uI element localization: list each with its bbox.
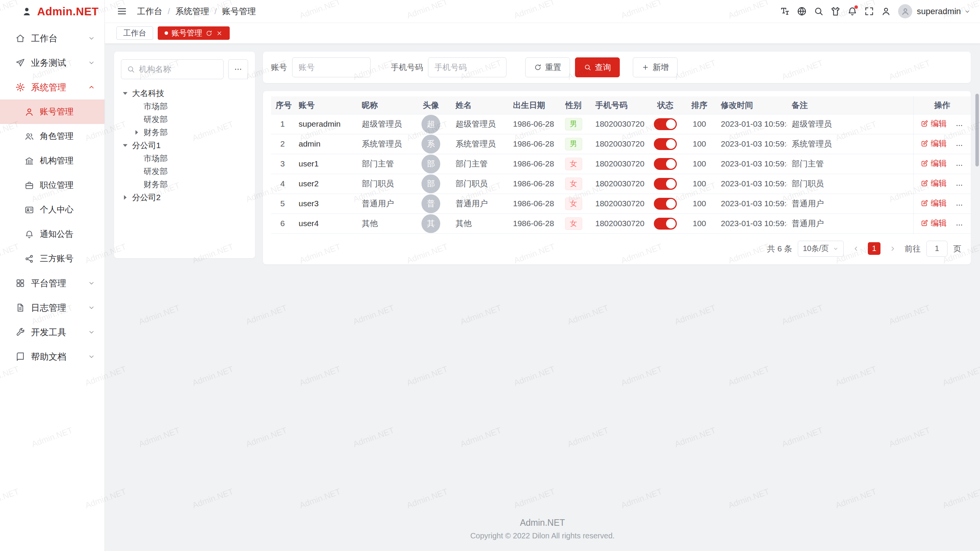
gender-tag: 男: [565, 138, 582, 150]
status-toggle[interactable]: [654, 138, 677, 150]
status-toggle[interactable]: [654, 178, 677, 190]
column-header: 操作: [913, 96, 971, 114]
row-more-button[interactable]: [955, 121, 964, 130]
breadcrumb-item[interactable]: 系统管理: [175, 6, 209, 17]
sidebar-item-third-party-account[interactable]: 三方账号: [0, 246, 105, 271]
page-size-select[interactable]: 10条/页: [798, 241, 844, 257]
tab-label: 工作台: [123, 28, 146, 38]
app-logo[interactable]: Admin.NET: [0, 0, 105, 23]
sidebar-item-role-mgmt[interactable]: 角色管理: [0, 124, 105, 148]
third-party-account-icon: [24, 254, 34, 264]
caret-right-icon[interactable]: [132, 128, 141, 137]
table-row: 4 user2 部门职员 部 部门职员 1986-06-28 女 1802003…: [271, 174, 971, 194]
cell-phone: 18020030720: [591, 214, 648, 233]
language-icon[interactable]: [793, 3, 810, 20]
cell-remark: 部门主管: [787, 154, 913, 174]
tree-node[interactable]: 市场部: [121, 152, 248, 165]
tree-node[interactable]: 市场部: [121, 100, 248, 113]
next-page-button[interactable]: [886, 242, 899, 255]
tree-node[interactable]: 财务部: [121, 178, 248, 191]
tree-node[interactable]: 分公司2: [121, 191, 248, 204]
caret-down-icon[interactable]: [121, 141, 129, 150]
cell-remark: 普通用户: [787, 194, 913, 214]
goto-page-input[interactable]: [926, 241, 947, 257]
sidebar-item-notice[interactable]: 通知公告: [0, 222, 105, 246]
username[interactable]: superadmin: [917, 7, 961, 16]
edit-button[interactable]: 编辑: [921, 138, 947, 149]
fullscreen-icon[interactable]: [861, 3, 877, 20]
org-search-input[interactable]: [139, 65, 218, 74]
sidebar-item-position-mgmt[interactable]: 职位管理: [0, 173, 105, 197]
tree-node[interactable]: 研发部: [121, 165, 248, 178]
row-more-button[interactable]: [955, 181, 964, 189]
sidebar-item-system-mgmt[interactable]: 系统管理: [0, 75, 105, 99]
refresh-icon[interactable]: [206, 30, 212, 37]
status-toggle[interactable]: [654, 198, 677, 210]
caret-right-icon[interactable]: [121, 193, 129, 202]
tree-node[interactable]: 研发部: [121, 113, 248, 126]
prev-page-button[interactable]: [849, 242, 862, 255]
row-more-button[interactable]: [955, 221, 964, 229]
font-size-icon[interactable]: [776, 3, 793, 20]
phone-label: 手机号码: [391, 62, 423, 73]
edit-button[interactable]: 编辑: [921, 218, 947, 228]
notification-icon[interactable]: [844, 3, 861, 20]
close-icon[interactable]: [216, 30, 223, 37]
edit-button[interactable]: 编辑: [921, 178, 947, 189]
cell-sort: 100: [683, 114, 716, 134]
breadcrumb-item[interactable]: 账号管理: [222, 6, 256, 17]
sidebar-item-business-test[interactable]: 业务测试: [0, 51, 105, 75]
search-button[interactable]: 查询: [575, 57, 620, 77]
row-more-button[interactable]: [955, 161, 964, 170]
user-avatar[interactable]: [898, 4, 912, 18]
reset-button[interactable]: 重置: [525, 57, 570, 77]
sidebar-item-workbench[interactable]: 工作台: [0, 26, 105, 51]
edit-button[interactable]: 编辑: [921, 158, 947, 169]
status-toggle[interactable]: [654, 118, 677, 130]
tree-node[interactable]: 分公司1: [121, 139, 248, 152]
edit-button[interactable]: 编辑: [921, 118, 947, 129]
cell-birthday: 1986-06-28: [508, 194, 556, 214]
theme-icon[interactable]: [827, 3, 844, 20]
tree-node[interactable]: 财务部: [121, 126, 248, 139]
sidebar-item-dev-tools[interactable]: 开发工具: [0, 320, 105, 344]
org-more-button[interactable]: [228, 59, 248, 79]
tab-account-mgmt[interactable]: 账号管理: [158, 26, 230, 40]
row-more-button[interactable]: [955, 141, 964, 150]
add-button[interactable]: 新增: [633, 57, 678, 77]
hamburger-menu-icon[interactable]: [113, 3, 130, 20]
sidebar-item-label: 机构管理: [40, 155, 74, 166]
edit-button[interactable]: 编辑: [921, 198, 947, 209]
phone-input[interactable]: [428, 57, 506, 77]
cell-name: 其他: [451, 214, 508, 233]
user-icon[interactable]: [877, 3, 894, 20]
scrollbar-thumb[interactable]: [975, 94, 979, 166]
cell-sort: 100: [683, 174, 716, 194]
sidebar-item-personal-center[interactable]: 个人中心: [0, 197, 105, 222]
tab-workbench[interactable]: 工作台: [116, 26, 153, 40]
page-number-1[interactable]: 1: [868, 242, 880, 255]
edit-button-label: 编辑: [931, 118, 947, 129]
chevron-down-icon: [88, 59, 95, 67]
sidebar-item-platform-mgmt[interactable]: 平台管理: [0, 271, 105, 295]
sidebar-item-label: 日志管理: [31, 302, 66, 314]
search-icon[interactable]: [810, 3, 827, 20]
sidebar-item-help-docs[interactable]: 帮助文档: [0, 344, 105, 369]
status-toggle[interactable]: [654, 158, 677, 170]
cell-modified: 2023-01-03 10:59:44: [716, 134, 787, 154]
chevron-down-icon[interactable]: [964, 8, 971, 15]
cell-avatar: 超: [411, 114, 451, 134]
org-search-box: [121, 59, 224, 79]
sidebar-item-org-mgmt[interactable]: 机构管理: [0, 148, 105, 173]
status-toggle[interactable]: [654, 218, 677, 230]
main-column: 账号 手机号码 重置 查询 新增: [263, 52, 971, 264]
row-more-button[interactable]: [955, 201, 964, 209]
sidebar-item-account-mgmt[interactable]: 账号管理: [0, 99, 105, 124]
account-input[interactable]: [292, 57, 371, 77]
sidebar-item-log-mgmt[interactable]: 日志管理: [0, 295, 105, 320]
org-search-row: [121, 59, 248, 79]
chevron-down-icon: [88, 34, 95, 42]
caret-down-icon[interactable]: [121, 89, 129, 98]
tree-node[interactable]: 大名科技: [121, 87, 248, 100]
breadcrumb-item[interactable]: 工作台: [137, 6, 162, 17]
